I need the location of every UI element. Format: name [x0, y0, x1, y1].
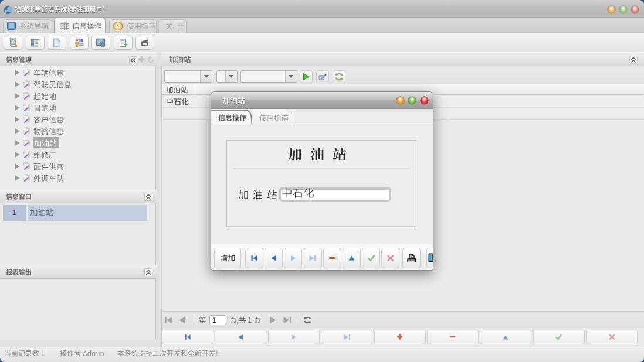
svg-text:y: y	[4, 8, 8, 14]
